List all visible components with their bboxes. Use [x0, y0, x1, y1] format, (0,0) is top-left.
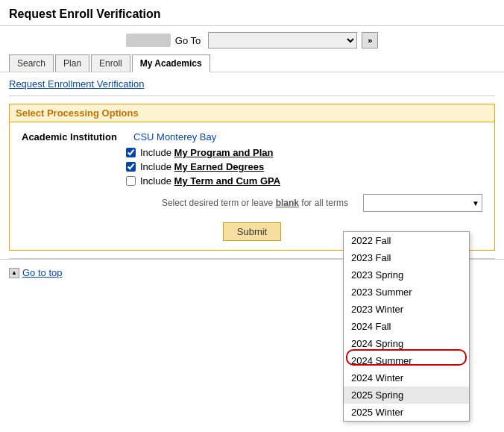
checkbox-row-2: Include My Earned Degrees [126, 161, 482, 172]
checkbox-row-3: Include My Term and Cum GPA [126, 175, 482, 187]
dropdown-item-2022fall[interactable]: 2022 Fall [344, 232, 469, 249]
dropdown-item-2024summer[interactable]: 2024 Summer [344, 352, 469, 369]
tab-search[interactable]: Search [9, 54, 54, 72]
top-bar: Go To » [0, 26, 504, 54]
term-blank: blank [276, 198, 299, 208]
dropdown-item-2024spring[interactable]: 2024 Spring [344, 335, 469, 352]
go-to-select[interactable] [208, 32, 357, 48]
checkbox-bold-3: My Term and Cum GPA [174, 175, 281, 187]
dropdown-item-2023spring[interactable]: 2023 Spring [344, 266, 469, 284]
checkbox-bold-2: My Earned Degrees [174, 161, 265, 172]
dropdown-item-2023winter[interactable]: 2023 Winter [344, 301, 469, 318]
page-wrapper: Request Enroll Verification Go To » Sear… [0, 0, 504, 432]
tab-my-academics[interactable]: My Academics [132, 54, 210, 72]
institution-row: Academic Institution CSU Monterey Bay [22, 131, 482, 143]
institution-value: CSU Monterey Bay [133, 131, 216, 143]
dropdown-item-2023fall[interactable]: 2023 Fall [344, 249, 469, 266]
tab-plan[interactable]: Plan [55, 54, 89, 72]
term-label: Select desired term or leave blank for a… [22, 198, 356, 208]
checkbox-label-3: Include My Term and Cum GPA [140, 175, 280, 187]
dropdown-item-2023summer[interactable]: 2023 Summer [344, 284, 469, 301]
checkbox-program-plan[interactable] [126, 148, 136, 157]
checkbox-term-cum-gpa[interactable] [126, 176, 136, 186]
checkbox-row-1: Include My Program and Plan [126, 147, 482, 158]
go-btn[interactable]: » [362, 32, 378, 48]
dropdown-item-2025winter[interactable]: 2025 Winter [344, 404, 469, 421]
institution-label: Academic Institution [22, 131, 133, 143]
section-header: Select Processing Options [10, 104, 494, 122]
go-to-top-link[interactable]: Go to top [22, 267, 62, 278]
dropdown-item-2025spring[interactable]: 2025 Spring [344, 386, 469, 404]
checkbox-bold-1: My Program and Plan [174, 147, 274, 158]
submit-button[interactable]: Submit [223, 222, 281, 241]
term-row: Select desired term or leave blank for a… [22, 194, 482, 212]
top-placeholder [126, 34, 171, 47]
dropdown-item-2024winter[interactable]: 2024 Winter [344, 369, 469, 386]
checkbox-label-2: Include My Earned Degrees [140, 161, 264, 172]
go-to-label: Go To [175, 35, 201, 46]
go-to-top-icon: ▲ [9, 268, 19, 278]
checkbox-earned-degrees[interactable] [126, 162, 136, 172]
page-title: Request Enroll Verification [0, 0, 504, 26]
dropdown-item-2024fall[interactable]: 2024 Fall [344, 318, 469, 335]
checkbox-label-1: Include My Program and Plan [140, 147, 273, 158]
breadcrumb-link[interactable]: Request Enrollment Verification [0, 72, 504, 96]
term-dropdown-overlay: 2022 Fall 2023 Fall 2023 Spring 2023 Sum… [343, 231, 470, 422]
term-select-wrapper: 2022 Fall 2023 Fall 2023 Spring 2023 Sum… [363, 194, 482, 212]
tab-enroll[interactable]: Enroll [91, 54, 130, 72]
term-select[interactable]: 2022 Fall 2023 Fall 2023 Spring 2023 Sum… [363, 194, 482, 212]
section-box: Select Processing Options Academic Insti… [9, 104, 495, 251]
nav-tabs: Search Plan Enroll My Academics [0, 54, 504, 72]
